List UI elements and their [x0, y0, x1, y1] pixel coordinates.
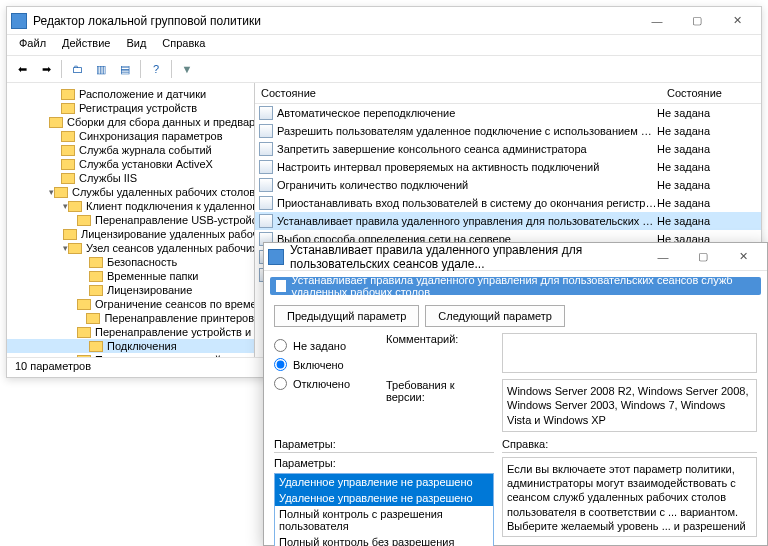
dialog-body: Предыдущий параметр Следующий параметр Н…	[264, 301, 767, 546]
tree-item-label: Расположение и датчики	[79, 88, 206, 100]
policy-name: Приостанавливать вход пользователей в си…	[277, 197, 657, 209]
comment-textarea[interactable]	[502, 333, 757, 373]
tree-item-label: Лицензирование удаленных рабочи	[81, 228, 255, 240]
dialog-titlebar: Устанавливает правила удаленного управле…	[264, 243, 767, 271]
forward-button[interactable]: ➡	[35, 58, 57, 80]
tree-item-label: Посредник подключений к удале	[95, 354, 255, 357]
radio-label: Включено	[293, 359, 344, 371]
folder-icon	[86, 313, 100, 324]
folder-icon	[54, 187, 68, 198]
dialog-minimize-button[interactable]: —	[643, 244, 683, 270]
policy-row[interactable]: Приостанавливать вход пользователей в си…	[255, 194, 761, 212]
policy-row[interactable]: Ограничить количество подключенийНе зада…	[255, 176, 761, 194]
dropdown-list: Удаленное управление не разрешеноПолный …	[275, 490, 493, 546]
prev-setting-button[interactable]: Предыдущий параметр	[274, 305, 419, 327]
policy-name: Настроить интервал проверяемых на активн…	[277, 161, 657, 173]
tree-item[interactable]: Безопасность	[7, 255, 254, 269]
policy-state: Не задана	[657, 161, 757, 173]
up-button[interactable]: 🗀	[66, 58, 88, 80]
tree-item[interactable]: ▾Узел сеансов удаленных рабочих сто	[7, 241, 254, 255]
folder-icon	[61, 145, 75, 156]
col-status-header[interactable]: Состояние	[661, 83, 761, 103]
policy-row[interactable]: Настроить интервал проверяемых на активн…	[255, 158, 761, 176]
tree-item-label: Узел сеансов удаленных рабочих сто	[86, 242, 255, 254]
radio-label: Не задано	[293, 340, 346, 352]
tree-item[interactable]: Ограничение сеансов по времени	[7, 297, 254, 311]
tree-item[interactable]: Временные папки	[7, 269, 254, 283]
dialog-header-text: Устанавливает правила удаленного управле…	[292, 274, 755, 298]
tree-item-label: Лицензирование	[107, 284, 192, 296]
menu-file[interactable]: Файл	[11, 35, 54, 55]
menubar: Файл Действие Вид Справка	[7, 35, 761, 55]
tree-item[interactable]: Службы IIS	[7, 171, 254, 185]
tree-item[interactable]: Перенаправление USB-устройств	[7, 213, 254, 227]
dialog-icon	[268, 249, 284, 265]
policy-row[interactable]: Запретить завершение консольного сеанса …	[255, 140, 761, 158]
policy-row[interactable]: Устанавливает правила удаленного управле…	[255, 212, 761, 230]
dropdown-selected[interactable]: Удаленное управление не разрешено	[275, 474, 493, 490]
toolbar: ⬅ ➡ 🗀 ▥ ▤ ? ▼	[7, 55, 761, 83]
tree-item[interactable]: Перенаправление принтеров	[7, 311, 254, 325]
dialog-close-button[interactable]: ✕	[723, 244, 763, 270]
tree-item-label: Временные папки	[107, 270, 198, 282]
dialog-maximize-button[interactable]: ▢	[683, 244, 723, 270]
tree-item[interactable]: ▾Службы удаленных рабочих столов	[7, 185, 254, 199]
tree-pane[interactable]: Расположение и датчикиРегистрация устрой…	[7, 83, 255, 357]
minimize-button[interactable]: —	[637, 8, 677, 34]
policy-row[interactable]: Разрешить пользователям удаленное подклю…	[255, 122, 761, 140]
tree-item[interactable]: Регистрация устройств	[7, 101, 254, 115]
maximize-button[interactable]: ▢	[677, 8, 717, 34]
menu-action[interactable]: Действие	[54, 35, 118, 55]
tree-item[interactable]: Расположение и датчики	[7, 87, 254, 101]
policy-state: Не задана	[657, 179, 757, 191]
policy-icon	[259, 160, 273, 174]
dialog-title: Устанавливает правила удаленного управле…	[290, 243, 643, 271]
close-button[interactable]: ✕	[717, 8, 757, 34]
requirements-label: Требования к версии:	[386, 379, 496, 432]
tree-item[interactable]: Сборки для сбора данных и предварите...	[7, 115, 254, 129]
tree-item[interactable]: ▾Клиент подключения к удаленному р	[7, 199, 254, 213]
folder-icon	[63, 229, 77, 240]
tree-item-label: Синхронизация параметров	[79, 130, 222, 142]
show-hide-tree-button[interactable]: ▥	[90, 58, 112, 80]
tree-item[interactable]: Подключения	[7, 339, 254, 353]
dropdown-option[interactable]: Полный контроль с разрешения пользовател…	[275, 506, 493, 534]
folder-icon	[77, 299, 91, 310]
sep	[61, 60, 62, 78]
filter-button[interactable]: ▼	[176, 58, 198, 80]
tree-item[interactable]: Перенаправление устройств и рес	[7, 325, 254, 339]
policy-state: Не задана	[657, 107, 757, 119]
dropdown-option[interactable]: Полный контроль без разрешения пользоват…	[275, 534, 493, 546]
menu-help[interactable]: Справка	[154, 35, 213, 55]
policy-row[interactable]: Автоматическое переподключениеНе задана	[255, 104, 761, 122]
folder-icon	[77, 215, 91, 226]
dropdown-option[interactable]: Удаленное управление не разрешено	[275, 490, 493, 506]
tree-item[interactable]: Лицензирование	[7, 283, 254, 297]
tree-item-label: Регистрация устройств	[79, 102, 197, 114]
export-list-button[interactable]: ▤	[114, 58, 136, 80]
tree-item-label: Службы удаленных рабочих столов	[72, 186, 255, 198]
folder-icon	[49, 117, 63, 128]
radio-not-configured[interactable]: Не задано	[274, 339, 374, 352]
menu-view[interactable]: Вид	[118, 35, 154, 55]
next-setting-button[interactable]: Следующий параметр	[425, 305, 565, 327]
policy-state: Не задана	[657, 215, 757, 227]
tree-item[interactable]: Служба журнала событий	[7, 143, 254, 157]
radio-disabled[interactable]: Отключено	[274, 377, 374, 390]
folder-icon	[61, 89, 75, 100]
tree-item-label: Перенаправление принтеров	[104, 312, 254, 324]
tree-item-label: Клиент подключения к удаленному р	[86, 200, 255, 212]
sep	[171, 60, 172, 78]
tree-item[interactable]: Посредник подключений к удале	[7, 353, 254, 357]
col-state-header[interactable]: Состояние	[255, 83, 661, 103]
radio-enabled[interactable]: Включено	[274, 358, 374, 371]
folder-icon	[89, 271, 103, 282]
help-button[interactable]: ?	[145, 58, 167, 80]
folder-icon	[61, 131, 75, 142]
tree-item[interactable]: Лицензирование удаленных рабочи	[7, 227, 254, 241]
tree-item[interactable]: Синхронизация параметров	[7, 129, 254, 143]
options-dropdown[interactable]: Удаленное управление не разрешено Удален…	[274, 473, 494, 546]
back-button[interactable]: ⬅	[11, 58, 33, 80]
policy-icon	[259, 178, 273, 192]
tree-item[interactable]: Служба установки ActiveX	[7, 157, 254, 171]
